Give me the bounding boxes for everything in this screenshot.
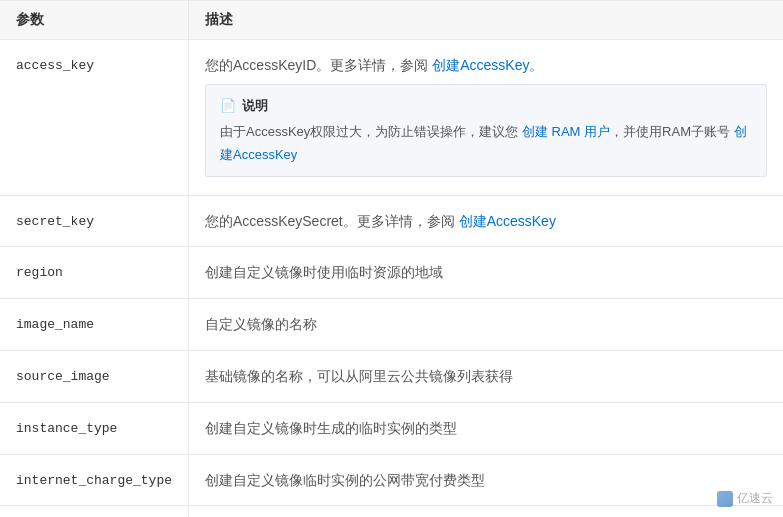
note-title: 📄说明 [220,95,752,117]
watermark-icon [717,491,733,507]
table-row: access_key您的AccessKeyID。更多详情，参阅 创建Access… [0,40,783,196]
table-row: provisioners创建自定义镜像时使用的 Packer 配置器 类型 [0,506,783,517]
param-cell: access_key [0,40,189,196]
table-row: source_image基础镜像的名称，可以从阿里云公共镜像列表获得 [0,351,783,403]
param-cell: image_name [0,299,189,351]
table-row: instance_type创建自定义镜像时生成的临时实例的类型 [0,402,783,454]
col-header-desc: 描述 [189,1,783,40]
params-table: 参数 描述 access_key您的AccessKeyID。更多详情，参阅 创建… [0,0,783,517]
note-box: 📄说明由于AccessKey权限过大，为防止错误操作，建议您 创建 RAM 用户… [205,84,767,176]
table-row: region创建自定义镜像时使用临时资源的地域 [0,247,783,299]
desc-cell: 基础镜像的名称，可以从阿里云公共镜像列表获得 [189,351,783,403]
table-row: internet_charge_type创建自定义镜像临时实例的公网带宽付费类型 [0,454,783,506]
param-cell: secret_key [0,195,189,247]
table-row: image_name自定义镜像的名称 [0,299,783,351]
note-icon: 📄 [220,98,236,114]
create-access-key-link[interactable]: 创建AccessKey [432,57,529,73]
desc-cell: 创建自定义镜像临时实例的公网带宽付费类型 [189,454,783,506]
param-cell: instance_type [0,402,189,454]
param-cell: provisioners [0,506,189,517]
param-cell: source_image [0,351,189,403]
param-cell: internet_charge_type [0,454,189,506]
watermark: 亿速云 [717,490,773,507]
desc-cell: 您的AccessKeySecret。更多详情，参阅 创建AccessKey [189,195,783,247]
secret-key-access-key-link[interactable]: 创建AccessKey [459,213,556,229]
param-cell: region [0,247,189,299]
desc-cell: 您的AccessKeyID。更多详情，参阅 创建AccessKey。📄说明由于A… [189,40,783,196]
watermark-text: 亿速云 [737,490,773,507]
table-row: secret_key您的AccessKeySecret。更多详情，参阅 创建Ac… [0,195,783,247]
create-ram-user-link[interactable]: 创建 RAM 用户 [522,124,610,139]
desc-cell: 创建自定义镜像时生成的临时实例的类型 [189,402,783,454]
note-content: 由于AccessKey权限过大，为防止错误操作，建议您 创建 RAM 用户，并使… [220,121,752,165]
desc-cell: 创建自定义镜像时使用的 Packer 配置器 类型 [189,506,783,517]
params-table-container: 参数 描述 access_key您的AccessKeyID。更多详情，参阅 创建… [0,0,783,517]
desc-cell: 创建自定义镜像时使用临时资源的地域 [189,247,783,299]
col-header-param: 参数 [0,1,189,40]
create-access-key-note-link[interactable]: 创建AccessKey [220,124,747,161]
note-title-text: 说明 [242,95,268,117]
desc-cell: 自定义镜像的名称 [189,299,783,351]
